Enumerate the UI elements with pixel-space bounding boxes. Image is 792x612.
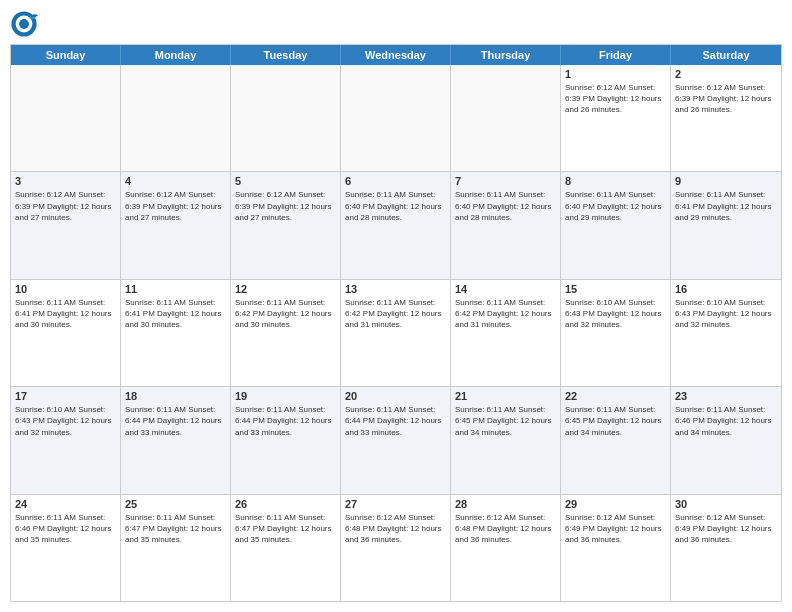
- calendar-row-1: 1Sunrise: 6:12 AM Sunset: 6:39 PM Daylig…: [11, 65, 781, 172]
- cell-date: 9: [675, 175, 777, 187]
- cell-date: 24: [15, 498, 116, 510]
- calendar-cell: 2Sunrise: 6:12 AM Sunset: 6:39 PM Daylig…: [671, 65, 781, 171]
- cell-info: Sunrise: 6:11 AM Sunset: 6:46 PM Dayligh…: [675, 404, 777, 438]
- calendar-cell: 26Sunrise: 6:11 AM Sunset: 6:47 PM Dayli…: [231, 495, 341, 601]
- calendar-cell: 30Sunrise: 6:12 AM Sunset: 6:49 PM Dayli…: [671, 495, 781, 601]
- cell-date: 21: [455, 390, 556, 402]
- cell-date: 7: [455, 175, 556, 187]
- cell-info: Sunrise: 6:10 AM Sunset: 6:43 PM Dayligh…: [675, 297, 777, 331]
- cell-date: 1: [565, 68, 666, 80]
- cell-date: 10: [15, 283, 116, 295]
- cell-date: 5: [235, 175, 336, 187]
- cell-date: 12: [235, 283, 336, 295]
- cell-info: Sunrise: 6:11 AM Sunset: 6:44 PM Dayligh…: [235, 404, 336, 438]
- cell-info: Sunrise: 6:12 AM Sunset: 6:48 PM Dayligh…: [345, 512, 446, 546]
- calendar-cell: 20Sunrise: 6:11 AM Sunset: 6:44 PM Dayli…: [341, 387, 451, 493]
- day-header-saturday: Saturday: [671, 45, 781, 65]
- calendar-cell: [231, 65, 341, 171]
- calendar-row-5: 24Sunrise: 6:11 AM Sunset: 6:46 PM Dayli…: [11, 495, 781, 601]
- calendar-cell: 15Sunrise: 6:10 AM Sunset: 6:43 PM Dayli…: [561, 280, 671, 386]
- cell-info: Sunrise: 6:11 AM Sunset: 6:47 PM Dayligh…: [235, 512, 336, 546]
- calendar-cell: 1Sunrise: 6:12 AM Sunset: 6:39 PM Daylig…: [561, 65, 671, 171]
- cell-info: Sunrise: 6:12 AM Sunset: 6:39 PM Dayligh…: [235, 189, 336, 223]
- cell-date: 2: [675, 68, 777, 80]
- cell-info: Sunrise: 6:12 AM Sunset: 6:39 PM Dayligh…: [15, 189, 116, 223]
- calendar-cell: 27Sunrise: 6:12 AM Sunset: 6:48 PM Dayli…: [341, 495, 451, 601]
- cell-date: 22: [565, 390, 666, 402]
- day-header-monday: Monday: [121, 45, 231, 65]
- cell-date: 30: [675, 498, 777, 510]
- cell-info: Sunrise: 6:11 AM Sunset: 6:42 PM Dayligh…: [455, 297, 556, 331]
- calendar-cell: 24Sunrise: 6:11 AM Sunset: 6:46 PM Dayli…: [11, 495, 121, 601]
- calendar-cell: 9Sunrise: 6:11 AM Sunset: 6:41 PM Daylig…: [671, 172, 781, 278]
- calendar-cell: [121, 65, 231, 171]
- cell-info: Sunrise: 6:12 AM Sunset: 6:39 PM Dayligh…: [565, 82, 666, 116]
- cell-info: Sunrise: 6:11 AM Sunset: 6:45 PM Dayligh…: [455, 404, 556, 438]
- cell-date: 4: [125, 175, 226, 187]
- cell-date: 23: [675, 390, 777, 402]
- day-header-tuesday: Tuesday: [231, 45, 341, 65]
- cell-info: Sunrise: 6:11 AM Sunset: 6:41 PM Dayligh…: [15, 297, 116, 331]
- cell-date: 29: [565, 498, 666, 510]
- cell-date: 18: [125, 390, 226, 402]
- calendar-cell: 25Sunrise: 6:11 AM Sunset: 6:47 PM Dayli…: [121, 495, 231, 601]
- calendar-cell: 11Sunrise: 6:11 AM Sunset: 6:41 PM Dayli…: [121, 280, 231, 386]
- cell-info: Sunrise: 6:11 AM Sunset: 6:42 PM Dayligh…: [235, 297, 336, 331]
- day-header-thursday: Thursday: [451, 45, 561, 65]
- cell-info: Sunrise: 6:10 AM Sunset: 6:43 PM Dayligh…: [15, 404, 116, 438]
- cell-date: 26: [235, 498, 336, 510]
- calendar-cell: 22Sunrise: 6:11 AM Sunset: 6:45 PM Dayli…: [561, 387, 671, 493]
- logo: [10, 10, 42, 38]
- cell-info: Sunrise: 6:12 AM Sunset: 6:39 PM Dayligh…: [675, 82, 777, 116]
- calendar-cell: 28Sunrise: 6:12 AM Sunset: 6:48 PM Dayli…: [451, 495, 561, 601]
- cell-info: Sunrise: 6:11 AM Sunset: 6:46 PM Dayligh…: [15, 512, 116, 546]
- cell-date: 13: [345, 283, 446, 295]
- cell-info: Sunrise: 6:10 AM Sunset: 6:43 PM Dayligh…: [565, 297, 666, 331]
- calendar-row-3: 10Sunrise: 6:11 AM Sunset: 6:41 PM Dayli…: [11, 280, 781, 387]
- calendar-row-2: 3Sunrise: 6:12 AM Sunset: 6:39 PM Daylig…: [11, 172, 781, 279]
- calendar-cell: 18Sunrise: 6:11 AM Sunset: 6:44 PM Dayli…: [121, 387, 231, 493]
- cell-info: Sunrise: 6:12 AM Sunset: 6:49 PM Dayligh…: [565, 512, 666, 546]
- cell-date: 28: [455, 498, 556, 510]
- calendar-cell: 12Sunrise: 6:11 AM Sunset: 6:42 PM Dayli…: [231, 280, 341, 386]
- cell-info: Sunrise: 6:11 AM Sunset: 6:41 PM Dayligh…: [675, 189, 777, 223]
- calendar-body: 1Sunrise: 6:12 AM Sunset: 6:39 PM Daylig…: [11, 65, 781, 601]
- calendar-cell: 23Sunrise: 6:11 AM Sunset: 6:46 PM Dayli…: [671, 387, 781, 493]
- cell-date: 14: [455, 283, 556, 295]
- cell-date: 11: [125, 283, 226, 295]
- cell-info: Sunrise: 6:12 AM Sunset: 6:49 PM Dayligh…: [675, 512, 777, 546]
- calendar-cell: 3Sunrise: 6:12 AM Sunset: 6:39 PM Daylig…: [11, 172, 121, 278]
- header: [10, 10, 782, 38]
- calendar-cell: 4Sunrise: 6:12 AM Sunset: 6:39 PM Daylig…: [121, 172, 231, 278]
- cell-date: 19: [235, 390, 336, 402]
- calendar-cell: 29Sunrise: 6:12 AM Sunset: 6:49 PM Dayli…: [561, 495, 671, 601]
- calendar-cell: [11, 65, 121, 171]
- page: SundayMondayTuesdayWednesdayThursdayFrid…: [0, 0, 792, 612]
- calendar-cell: 7Sunrise: 6:11 AM Sunset: 6:40 PM Daylig…: [451, 172, 561, 278]
- calendar-cell: 16Sunrise: 6:10 AM Sunset: 6:43 PM Dayli…: [671, 280, 781, 386]
- calendar-row-4: 17Sunrise: 6:10 AM Sunset: 6:43 PM Dayli…: [11, 387, 781, 494]
- cell-date: 27: [345, 498, 446, 510]
- cell-info: Sunrise: 6:11 AM Sunset: 6:41 PM Dayligh…: [125, 297, 226, 331]
- calendar-cell: [451, 65, 561, 171]
- day-header-friday: Friday: [561, 45, 671, 65]
- cell-date: 16: [675, 283, 777, 295]
- cell-date: 15: [565, 283, 666, 295]
- calendar-cell: 6Sunrise: 6:11 AM Sunset: 6:40 PM Daylig…: [341, 172, 451, 278]
- cell-info: Sunrise: 6:11 AM Sunset: 6:44 PM Dayligh…: [345, 404, 446, 438]
- calendar: SundayMondayTuesdayWednesdayThursdayFrid…: [10, 44, 782, 602]
- calendar-cell: 8Sunrise: 6:11 AM Sunset: 6:40 PM Daylig…: [561, 172, 671, 278]
- cell-date: 3: [15, 175, 116, 187]
- cell-date: 8: [565, 175, 666, 187]
- calendar-header: SundayMondayTuesdayWednesdayThursdayFrid…: [11, 45, 781, 65]
- cell-info: Sunrise: 6:12 AM Sunset: 6:48 PM Dayligh…: [455, 512, 556, 546]
- cell-date: 17: [15, 390, 116, 402]
- svg-point-2: [19, 19, 29, 29]
- calendar-cell: 19Sunrise: 6:11 AM Sunset: 6:44 PM Dayli…: [231, 387, 341, 493]
- calendar-cell: 14Sunrise: 6:11 AM Sunset: 6:42 PM Dayli…: [451, 280, 561, 386]
- cell-info: Sunrise: 6:11 AM Sunset: 6:40 PM Dayligh…: [565, 189, 666, 223]
- cell-date: 25: [125, 498, 226, 510]
- cell-date: 20: [345, 390, 446, 402]
- calendar-cell: 17Sunrise: 6:10 AM Sunset: 6:43 PM Dayli…: [11, 387, 121, 493]
- cell-info: Sunrise: 6:11 AM Sunset: 6:42 PM Dayligh…: [345, 297, 446, 331]
